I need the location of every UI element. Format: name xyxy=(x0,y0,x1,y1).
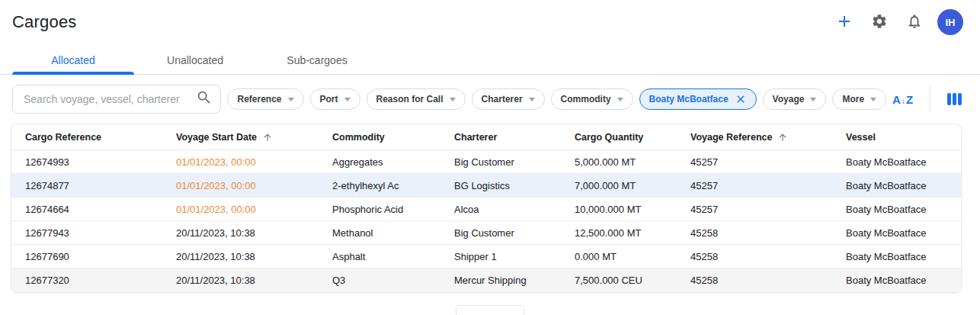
cell-charterer: Mercur Shipping xyxy=(454,275,575,286)
cell-charterer: Big Customer xyxy=(454,227,575,239)
gear-icon xyxy=(871,13,888,32)
column-header-vessel[interactable]: Vessel xyxy=(846,132,961,143)
table-row[interactable]: 12674664 01/01/2023, 00:00 Phosphoric Ac… xyxy=(11,198,961,221)
sort-az-button[interactable]: A↓Z xyxy=(892,93,913,105)
notifications-button[interactable] xyxy=(902,10,927,34)
cell-vessel: Boaty McBoatface xyxy=(846,251,961,262)
filter-chip-label: Reference xyxy=(237,94,281,104)
tab-sub-cargoes[interactable]: Sub-cargoes xyxy=(256,47,378,74)
filter-chip-commodity[interactable]: Commodity xyxy=(551,88,633,110)
filter-chip-reference[interactable]: Reference xyxy=(227,88,303,110)
column-header-commodity[interactable]: Commodity xyxy=(332,132,454,143)
filter-bar: Reference Port Reason for Call Charterer… xyxy=(0,75,980,121)
column-header-charterer[interactable]: Charterer xyxy=(454,132,575,143)
sort-arrow-down-icon: ↓ xyxy=(902,98,905,105)
cell-commodity: Asphalt xyxy=(332,251,454,262)
cell-cargo-quantity: 0.000 MT xyxy=(575,251,690,262)
filter-chip-label: More xyxy=(842,94,864,104)
appbar-actions: IH xyxy=(832,9,963,35)
filter-chip-label: Commodity xyxy=(561,94,611,104)
cell-commodity: Aggregates xyxy=(332,156,454,168)
sort-az-icon: Z xyxy=(906,94,913,105)
cell-voyage-reference: 45257 xyxy=(690,180,846,191)
search-box xyxy=(12,85,221,114)
bell-icon xyxy=(906,13,923,32)
cell-cargo-quantity: 5,000.000 MT xyxy=(575,156,690,168)
cell-voyage-reference: 45258 xyxy=(690,251,846,262)
sort-ascending-icon[interactable] xyxy=(777,132,788,143)
cell-cargo-quantity: 7,500.000 CEU xyxy=(575,275,690,286)
chevron-down-icon xyxy=(288,98,294,101)
chevron-down-icon xyxy=(344,98,351,101)
app-bar: Cargoes IH xyxy=(0,0,980,37)
sort-ascending-icon[interactable] xyxy=(262,132,273,143)
chevron-down-icon xyxy=(810,98,816,101)
cell-commodity: Phosphoric Acid xyxy=(332,204,454,215)
settings-button[interactable] xyxy=(867,10,892,34)
filter-chip-more[interactable]: More xyxy=(832,88,886,110)
cell-cargo-reference: 12677320 xyxy=(25,275,176,286)
cell-charterer: Alcoa xyxy=(454,204,575,215)
filter-chip-charterer[interactable]: Charterer xyxy=(472,88,545,110)
cell-charterer: Big Customer xyxy=(454,156,575,168)
column-header-voyage-start-date[interactable]: Voyage Start Date xyxy=(176,132,332,143)
columns-button[interactable] xyxy=(947,93,962,105)
cell-cargo-reference: 12674664 xyxy=(25,204,176,215)
sort-az-icon: A xyxy=(892,94,901,105)
load-more-button[interactable]: Load more xyxy=(456,305,524,315)
column-header-voyage-reference[interactable]: Voyage Reference xyxy=(690,132,846,143)
cell-vessel: Boaty McBoatface xyxy=(846,180,961,191)
tab-unallocated[interactable]: Unallocated xyxy=(134,47,256,74)
filter-chip-label: Voyage xyxy=(773,94,805,104)
chevron-down-icon xyxy=(870,98,876,101)
cell-charterer: BG Logistics xyxy=(454,180,575,191)
chevron-down-icon xyxy=(529,98,535,101)
chevron-down-icon xyxy=(617,98,623,101)
filter-chip-port[interactable]: Port xyxy=(310,88,360,110)
search-icon xyxy=(196,89,213,109)
cell-vessel: Boaty McBoatface xyxy=(846,204,961,215)
cell-commodity: Methanol xyxy=(332,227,454,239)
cell-voyage-reference: 45258 xyxy=(690,275,846,286)
cell-voyage-reference: 45257 xyxy=(690,204,846,215)
cell-cargo-reference: 12677690 xyxy=(25,251,176,262)
cell-vessel: Boaty McBoatface xyxy=(846,156,961,168)
filter-chip-reason-for-call[interactable]: Reason for Call xyxy=(367,88,466,110)
cell-cargo-quantity: 7,000.000 MT xyxy=(575,180,690,191)
table-row[interactable]: 12677943 20/11/2023, 10:38 Methanol Big … xyxy=(11,221,961,245)
filter-chip-label: Port xyxy=(320,94,338,104)
divider xyxy=(930,86,930,112)
table-row-selected[interactable]: 12674877 01/01/2023, 00:00 2-ethylhexyl … xyxy=(11,174,961,198)
search-input[interactable] xyxy=(24,93,196,105)
column-header-cargo-quantity[interactable]: Cargo Quantity xyxy=(575,132,690,143)
cell-cargo-quantity: 12,500.000 MT xyxy=(575,227,690,239)
close-icon[interactable] xyxy=(735,93,747,105)
filter-chip-label: Charterer xyxy=(482,94,523,104)
page-title: Cargoes xyxy=(12,12,832,32)
table-row[interactable]: 12677690 20/11/2023, 10:38 Asphalt Shipp… xyxy=(11,245,961,268)
table-row[interactable]: 12674993 01/01/2023, 00:00 Aggregates Bi… xyxy=(11,150,961,174)
cell-cargo-quantity: 10,000.000 MT xyxy=(575,204,690,215)
filter-chip-label: Boaty McBoatface xyxy=(649,94,729,104)
table-header-row: Cargo Reference Voyage Start Date Commod… xyxy=(11,124,961,150)
cell-cargo-reference: 12674993 xyxy=(25,156,176,168)
filter-chip-vessel-active[interactable]: Boaty McBoatface xyxy=(639,88,757,110)
filter-chip-voyage[interactable]: Voyage xyxy=(763,88,827,110)
avatar[interactable]: IH xyxy=(937,9,963,35)
add-button[interactable] xyxy=(832,10,857,34)
cell-voyage-start-date: 01/01/2023, 00:00 xyxy=(176,156,332,168)
column-header-cargo-reference[interactable]: Cargo Reference xyxy=(25,132,176,143)
cell-voyage-start-date: 20/11/2023, 10:38 xyxy=(176,275,332,286)
tab-bar: Allocated Unallocated Sub-cargoes xyxy=(0,47,980,75)
cell-commodity: Q3 xyxy=(332,275,454,286)
cell-commodity: 2-ethylhexyl Ac xyxy=(332,180,454,191)
plus-icon xyxy=(835,12,853,33)
table-row[interactable]: 12677320 20/11/2023, 10:38 Q3 Mercur Shi… xyxy=(11,268,961,292)
tab-allocated[interactable]: Allocated xyxy=(12,47,134,74)
cell-vessel: Boaty McBoatface xyxy=(846,227,961,239)
cell-voyage-reference: 45258 xyxy=(690,227,846,239)
cell-cargo-reference: 12677943 xyxy=(25,227,176,239)
cell-voyage-start-date: 20/11/2023, 10:38 xyxy=(176,227,332,239)
cell-cargo-reference: 12674877 xyxy=(25,180,176,191)
filter-chip-label: Reason for Call xyxy=(376,94,444,104)
